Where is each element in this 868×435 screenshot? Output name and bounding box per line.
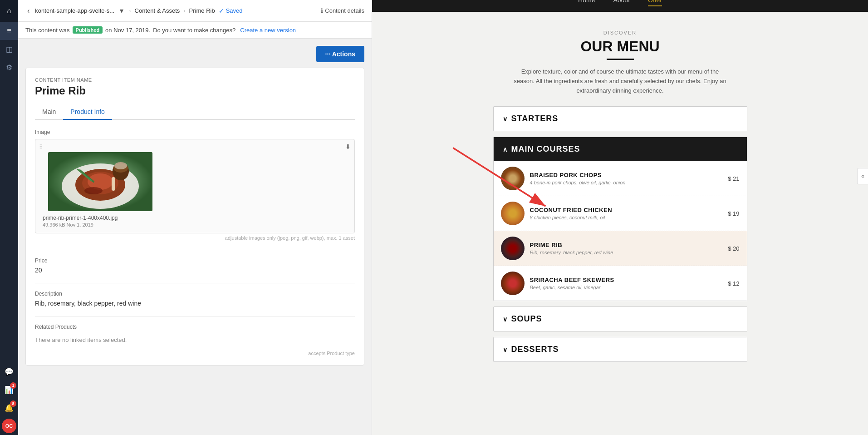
soups-header[interactable]: ∨ SOUPS <box>494 307 747 331</box>
main-courses-items: BRAISED PORK CHOPS 4 bone-in pork chops,… <box>494 161 747 301</box>
braised-pork-image <box>501 167 525 190</box>
sidebar-item-assets[interactable]: ◫ <box>0 40 18 58</box>
description-field-group: Description Rib, rosemary, black pepper,… <box>35 291 355 307</box>
accepts-type-text: accepts Product type <box>35 351 355 356</box>
assets-icon: ◫ <box>6 45 13 54</box>
image-filename: prime-rib-primer-1-400x400.jpg <box>43 215 351 221</box>
list-item: BRAISED PORK CHOPS 4 bone-in pork chops,… <box>494 161 747 196</box>
image-hint: adjustable images only (jpeg, png, gif, … <box>35 235 355 241</box>
menu-discover: DISCOVER <box>493 30 747 35</box>
nav-home[interactable]: Home <box>578 0 595 6</box>
chevrons-left-icon: « <box>861 173 864 179</box>
related-products-section: Related Products There are no linked ite… <box>35 324 355 356</box>
project-name: kontent-sample-app-svelte-s... <box>35 7 114 14</box>
nav-about[interactable]: About <box>613 0 630 6</box>
sidebar: ⌂ ≡ ◫ ⚙ 💬 📊 1 🔔 8 OC <box>0 0 18 435</box>
editor-area: ‹ kontent-sample-app-svelte-s... ▾ › Con… <box>18 0 372 435</box>
tabs: Main Product Info <box>35 104 355 120</box>
braised-pork-name: BRAISED PORK CHOPS <box>530 172 723 178</box>
image-meta: 49.966 kB Nov 1, 2019 <box>43 222 351 227</box>
price-value: 20 <box>35 267 355 274</box>
coconut-chicken-name: COCONUT FRIED CHICKEN <box>530 207 723 213</box>
prime-rib-info: PRIME RIB Rib, rosemary, black pepper, r… <box>530 242 723 255</box>
category-soups: ∨ SOUPS <box>493 306 747 331</box>
price-field-group: Price 20 <box>35 257 355 274</box>
no-linked-items-text: There are no linked items selected. <box>35 333 355 347</box>
content-details-button[interactable]: ℹ Content details <box>321 7 364 14</box>
coconut-chicken-image <box>501 202 525 225</box>
breadcrumb-sep2: › <box>183 7 185 14</box>
sidebar-item-analytics[interactable]: 📊 1 <box>0 381 18 399</box>
image-label: Image <box>35 129 355 135</box>
desserts-header[interactable]: ∨ DESSERTS <box>494 337 747 361</box>
price-label: Price <box>35 257 355 264</box>
breadcrumb-prime-rib: Prime Rib <box>189 7 215 14</box>
actions-button[interactable]: ··· Actions <box>316 46 364 62</box>
sidebar-item-content[interactable]: ≡ <box>0 22 18 40</box>
list-item: COCONUT FRIED CHICKEN 8 chicken pieces, … <box>494 196 747 231</box>
braised-pork-info: BRAISED PORK CHOPS 4 bone-in pork chops,… <box>530 172 723 185</box>
coconut-chicken-price: $ 19 <box>728 210 739 217</box>
item-name-value: Prime Rib <box>35 84 355 97</box>
prime-rib-image <box>501 237 525 260</box>
breadcrumb-content-assets[interactable]: Content & Assets <box>135 7 180 14</box>
sriracha-beef-name: SRIRACHA BEEF SKEWERS <box>530 277 723 283</box>
menu-title-underline <box>607 59 634 60</box>
svg-rect-5 <box>112 177 115 191</box>
comments-icon: 💬 <box>5 367 14 376</box>
soups-chevron-icon: ∨ <box>503 316 508 323</box>
published-date: on Nov 17, 2019. <box>105 27 150 34</box>
category-desserts: ∨ DESSERTS <box>493 337 747 362</box>
main-courses-label: MAIN COURSES <box>511 144 580 154</box>
saved-indicator: ✓ Saved <box>219 7 243 15</box>
create-version-link[interactable]: Create a new version <box>240 27 296 34</box>
prime-rib-image-svg <box>48 152 152 211</box>
topbar: ‹ kontent-sample-app-svelte-s... ▾ › Con… <box>18 0 372 22</box>
sriracha-beef-info: SRIRACHA BEEF SKEWERS Beef, garlic, sesa… <box>530 277 723 290</box>
sriracha-beef-desc: Beef, garlic, sesame oil, vinegar <box>530 285 723 290</box>
list-item: SRIRACHA BEEF SKEWERS Beef, garlic, sesa… <box>494 266 747 301</box>
drag-handle-icon: ⠿ <box>39 144 43 150</box>
image-container: ⠿ ⬇ <box>35 139 355 233</box>
divider-2 <box>35 283 355 283</box>
category-main-courses: ∧ MAIN COURSES BRAISED PORK CHOPS 4 bone… <box>493 137 747 301</box>
description-value: Rib, rosemary, black pepper, red wine <box>35 300 355 307</box>
preview-panel: Home About Offer DISCOVER OUR MENU Explo… <box>372 0 868 435</box>
nav-offer[interactable]: Offer <box>648 0 662 6</box>
published-question: Do you want to make changes? <box>153 27 235 34</box>
tab-product-info[interactable]: Product Info <box>63 104 112 120</box>
back-button[interactable]: ‹ <box>25 5 31 17</box>
prime-rib-price: $ 20 <box>728 245 739 252</box>
published-text-before: This content was <box>25 27 70 34</box>
description-label: Description <box>35 291 355 297</box>
content-card: Content Item Name Prime Rib Main Product… <box>25 68 364 366</box>
prime-rib-desc: Rib, rosemary, black pepper, red wine <box>530 250 723 255</box>
svg-point-11 <box>114 162 127 169</box>
starters-label: STARTERS <box>511 114 559 124</box>
menu-preview: DISCOVER OUR MENU Explore texture, color… <box>484 21 756 376</box>
soups-label: SOUPS <box>511 314 542 324</box>
sidebar-item-notifications[interactable]: 🔔 8 <box>0 399 18 417</box>
info-icon: ℹ <box>321 7 323 14</box>
tab-main[interactable]: Main <box>35 104 63 120</box>
actions-bar: ··· Actions <box>25 46 364 62</box>
published-badge: Published <box>73 26 103 34</box>
content-body: ··· Actions Content Item Name Prime Rib … <box>18 39 372 435</box>
main-courses-header[interactable]: ∧ MAIN COURSES <box>494 137 747 161</box>
content-icon: ≡ <box>7 27 11 35</box>
item-name-label: Content Item Name <box>35 77 355 83</box>
prime-rib-name: PRIME RIB <box>530 242 723 248</box>
collapse-preview-button[interactable]: « <box>857 168 868 184</box>
sidebar-item-comments[interactable]: 💬 <box>0 362 18 381</box>
related-products-label: Related Products <box>35 324 355 330</box>
project-dropdown-button[interactable]: ▾ <box>118 5 125 17</box>
coconut-chicken-info: COCONUT FRIED CHICKEN 8 chicken pieces, … <box>530 207 723 220</box>
svg-point-8 <box>84 187 103 194</box>
user-avatar[interactable]: OC <box>2 419 16 433</box>
image-download-button[interactable]: ⬇ <box>345 143 351 150</box>
starters-header[interactable]: ∨ STARTERS <box>494 107 747 131</box>
menu-nav: Home About Offer <box>372 0 868 12</box>
sidebar-item-home[interactable]: ⌂ <box>0 0 18 22</box>
sriracha-beef-image <box>501 272 525 295</box>
sidebar-item-settings[interactable]: ⚙ <box>0 58 18 76</box>
